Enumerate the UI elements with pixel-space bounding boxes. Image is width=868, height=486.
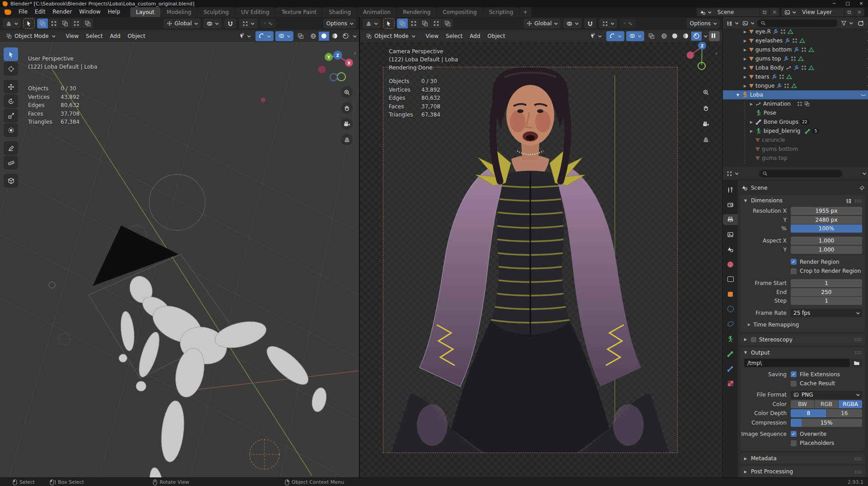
display-mode-dropdown[interactable]: [741, 18, 755, 28]
menu-render[interactable]: Render: [49, 7, 75, 17]
panel-post-processing[interactable]: ▶Post Processing: [741, 466, 865, 477]
tab-animation[interactable]: Animation: [357, 7, 396, 17]
tab-texture-paint[interactable]: Texture Paint: [276, 7, 322, 17]
frame-end-field[interactable]: 250: [791, 288, 862, 296]
filter-dropdown[interactable]: [840, 18, 854, 28]
compression-slider[interactable]: 15%: [791, 419, 862, 427]
menu-edit[interactable]: Edit: [31, 7, 49, 17]
tab-view-layer[interactable]: [723, 229, 738, 240]
outliner-item-eyelashes[interactable]: ▶ eyelashes: [723, 36, 868, 45]
depth-8-button[interactable]: 8: [791, 409, 826, 417]
tab-modeling[interactable]: Modeling: [161, 7, 198, 17]
minimize-button[interactable]: ─: [827, 0, 841, 7]
tab-world[interactable]: [723, 259, 738, 270]
tool-annotate[interactable]: [4, 141, 18, 155]
zoom-button[interactable]: [341, 86, 353, 98]
tab-object[interactable]: [723, 289, 738, 299]
frame-rate-dropdown[interactable]: 25 fps: [791, 309, 862, 317]
panel-metadata[interactable]: ▶Metadata: [741, 453, 865, 464]
shading-wireframe-button[interactable]: [308, 32, 318, 41]
tab-texture[interactable]: [723, 378, 738, 389]
select-box-mode-button[interactable]: [37, 19, 48, 28]
drag-dots-icon[interactable]: [854, 457, 861, 460]
ortho-toggle-button[interactable]: [700, 134, 712, 145]
outliner-search-input[interactable]: [757, 19, 838, 27]
camera-view-button[interactable]: [341, 118, 353, 130]
pivot-point-dropdown[interactable]: [563, 19, 581, 28]
overlays-toggle[interactable]: [626, 31, 644, 41]
tab-object-data-armature[interactable]: [723, 333, 738, 344]
placeholders-checkbox[interactable]: [791, 440, 797, 446]
output-path-field[interactable]: /tmp\: [744, 359, 850, 367]
navigation-gizmo[interactable]: Z: [682, 42, 713, 74]
tab-bone-constraint[interactable]: [723, 363, 738, 374]
sidebar-collapse-arrow[interactable]: ‹: [715, 50, 717, 56]
pin-icon[interactable]: [859, 185, 865, 191]
shading-dropdown-icon[interactable]: [353, 35, 356, 37]
remove-view-layer-icon[interactable]: ×: [854, 9, 864, 15]
outliner-item-tears[interactable]: ▶ tears: [723, 72, 868, 81]
tab-tool[interactable]: [723, 184, 738, 195]
blender-menu-icon[interactable]: [5, 9, 11, 15]
panel-output-header[interactable]: ▼Output: [741, 347, 865, 358]
tool-measure[interactable]: [4, 156, 18, 169]
shading-rendered-button[interactable]: [691, 32, 702, 41]
navigation-gizmo[interactable]: Y Z X: [316, 43, 357, 84]
outliner-item-tongue[interactable]: ▶ tongue: [723, 81, 868, 90]
menu-window[interactable]: Window: [75, 7, 104, 17]
drag-dots-icon[interactable]: [854, 351, 861, 354]
cache-result-checkbox[interactable]: [791, 381, 797, 387]
panel-stereoscopy[interactable]: ▶ Stereoscopy: [741, 334, 865, 345]
shading-material-button[interactable]: [330, 32, 340, 41]
shading-material-button[interactable]: [680, 32, 691, 41]
camera-view-button[interactable]: [700, 118, 712, 130]
stereoscopy-checkbox[interactable]: [751, 337, 756, 342]
pan-button[interactable]: [700, 102, 712, 114]
crop-to-render-region-checkbox[interactable]: [791, 268, 797, 274]
tab-scripting[interactable]: Scripting: [483, 7, 519, 17]
copy-scene-icon[interactable]: ⧉: [760, 9, 769, 15]
tab-output[interactable]: [723, 214, 738, 225]
viewport-3d-left[interactable]: Global ◦ ∿ Options Object Mode View Sele…: [0, 17, 359, 477]
copy-view-layer-icon[interactable]: ⧉: [844, 9, 854, 15]
gizmos-toggle[interactable]: [606, 31, 624, 41]
properties-search-input[interactable]: [759, 170, 842, 178]
depth-16-button[interactable]: 16: [827, 409, 863, 417]
tab-compositing[interactable]: Compositing: [437, 7, 482, 17]
gizmos-toggle[interactable]: [255, 31, 274, 41]
frame-start-field[interactable]: 1: [791, 279, 862, 287]
tab-rendering[interactable]: Rendering: [397, 7, 436, 17]
tool-transform[interactable]: [4, 123, 18, 137]
select-invert-mode-button[interactable]: [71, 19, 82, 28]
color-rgba-button[interactable]: RGBA: [839, 400, 862, 408]
add-workspace-button[interactable]: +: [519, 7, 531, 17]
ortho-toggle-button[interactable]: [341, 134, 353, 145]
menu-select[interactable]: Select: [82, 33, 106, 39]
transform-orientation-dropdown[interactable]: Global: [164, 19, 201, 28]
tab-render[interactable]: [723, 199, 738, 210]
shading-rendered-button[interactable]: [340, 32, 351, 41]
overwrite-checkbox[interactable]: ✓: [791, 431, 797, 437]
scene-selector[interactable]: Scene ⧉ ×: [697, 8, 780, 16]
render-region-checkbox[interactable]: ✓: [791, 259, 797, 265]
file-extensions-checkbox[interactable]: ✓: [791, 371, 797, 377]
select-box-mode-button[interactable]: [397, 19, 408, 28]
drag-dots-icon[interactable]: [854, 338, 861, 341]
editor-type-button[interactable]: [3, 19, 21, 28]
viewport-3d-right[interactable]: Global ◦ ∿ Options Object Mode View Sele…: [360, 17, 722, 477]
xray-toggle[interactable]: [295, 31, 306, 41]
shading-solid-button[interactable]: [319, 32, 329, 41]
menu-select[interactable]: Select: [442, 33, 466, 39]
proportional-editing-button[interactable]: ◦ ∿: [260, 19, 276, 28]
tab-constraints[interactable]: [723, 318, 738, 329]
tool-add-cube[interactable]: [4, 174, 18, 187]
active-tool-select-icon[interactable]: [383, 19, 394, 28]
color-rgb-button[interactable]: RGB: [815, 400, 838, 408]
select-intersect-mode-button[interactable]: [442, 19, 453, 28]
editor-type-button[interactable]: [726, 168, 739, 178]
select-intersect-mode-button[interactable]: [82, 19, 93, 28]
menu-file[interactable]: File: [15, 7, 31, 17]
editor-type-button[interactable]: [363, 19, 381, 28]
resolution-x-field[interactable]: 1955 px: [791, 207, 862, 215]
select-invert-mode-button[interactable]: [431, 19, 442, 28]
